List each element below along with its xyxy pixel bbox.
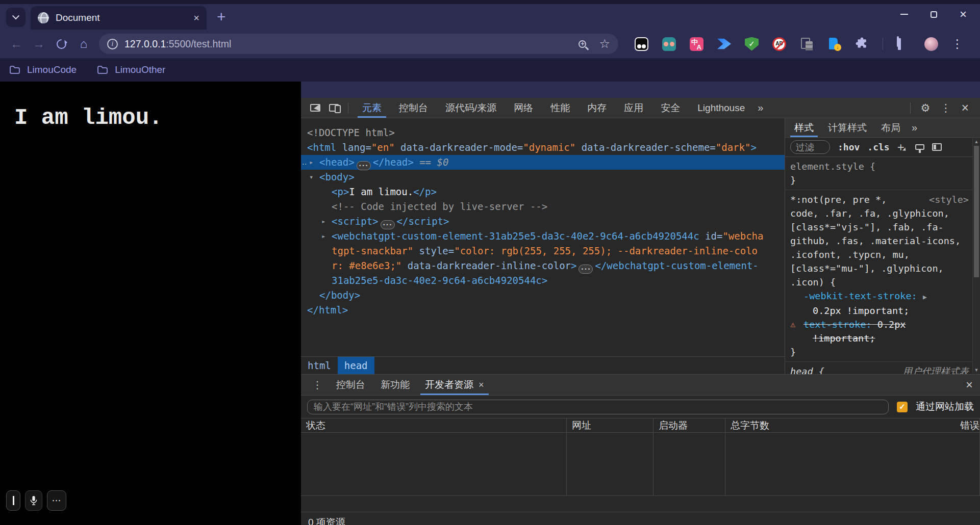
inspect-element-button[interactable] bbox=[306, 98, 324, 118]
breadcrumb-item[interactable]: head bbox=[338, 357, 374, 374]
dom-tree-node[interactable]: <!DOCTYPE html> bbox=[301, 125, 785, 140]
scroll-up-icon[interactable]: ▲ bbox=[973, 139, 980, 144]
drawer-tab-close-icon[interactable]: × bbox=[479, 380, 484, 390]
new-style-rule-button[interactable]: + bbox=[897, 141, 904, 153]
dom-tree-node[interactable]: ▾<body> bbox=[301, 170, 785, 185]
rendering-emulation-icon[interactable] bbox=[915, 144, 924, 150]
devtools-tab[interactable]: 安全 bbox=[652, 98, 689, 118]
dom-tree-node[interactable]: <html lang="en" data-darkreader-mode="dy… bbox=[301, 140, 785, 155]
more-tabs-icon[interactable]: » bbox=[753, 102, 767, 114]
expanded-arrow-icon[interactable]: ▾ bbox=[309, 170, 313, 185]
more-options-button[interactable]: ⋯ bbox=[47, 490, 66, 511]
devtools-tab[interactable]: 网络 bbox=[505, 98, 542, 118]
overridden-declaration[interactable]: ⚠ text-stroke: 0.2px bbox=[790, 318, 969, 331]
styles-tab[interactable]: 样式 bbox=[787, 118, 821, 137]
window-close-button[interactable]: × bbox=[960, 8, 967, 20]
forward-button[interactable]: → bbox=[30, 35, 48, 53]
styles-tab[interactable]: 布局 bbox=[874, 118, 908, 137]
drawer-menu-icon[interactable]: ⋮ bbox=[306, 379, 329, 391]
collapsed-arrow-icon[interactable]: ▸ bbox=[309, 155, 313, 170]
address-bar[interactable]: i 127.0.0.1:5500/test.html ☆ bbox=[99, 34, 618, 54]
adguard-shield-icon[interactable]: ✓ bbox=[745, 37, 759, 51]
dom-tree-node[interactable]: ‥▸<head></head> == $0 bbox=[301, 155, 785, 170]
bookmark-star-icon[interactable]: ☆ bbox=[599, 37, 610, 51]
copy-docs-icon[interactable] bbox=[800, 37, 814, 51]
minimize-button[interactable] bbox=[900, 14, 908, 15]
maximize-button[interactable] bbox=[931, 11, 937, 18]
ellipsis-expand-icon[interactable] bbox=[381, 220, 395, 229]
bot-icon[interactable] bbox=[662, 37, 676, 51]
devtools-tab[interactable]: 应用 bbox=[615, 98, 652, 118]
scrollbar-thumb[interactable] bbox=[974, 146, 979, 277]
dom-tree-node[interactable]: <!-- Code injected by live-server --> bbox=[301, 199, 785, 214]
translate-icon[interactable]: 中A bbox=[690, 37, 703, 51]
dom-tree-node[interactable]: <p>I am limou.</p> bbox=[301, 185, 785, 199]
toggle-sidebar-icon[interactable] bbox=[932, 143, 942, 151]
dom-tree-node[interactable]: </html> bbox=[301, 303, 785, 318]
more-style-tabs-icon[interactable]: » bbox=[908, 122, 921, 134]
resource-search-input[interactable] bbox=[307, 400, 889, 414]
scroll-down-icon[interactable]: ▼ bbox=[973, 368, 980, 373]
home-button[interactable]: ⌂ bbox=[74, 35, 93, 53]
devtools-tab[interactable]: 性能 bbox=[542, 98, 579, 118]
dom-tree-node[interactable]: r: #e8e6e3;" data-darkreader-inline-colo… bbox=[301, 258, 785, 273]
ellipsis-expand-icon[interactable] bbox=[357, 161, 371, 170]
avatar[interactable] bbox=[924, 37, 938, 51]
drawer-tab[interactable]: 控制台 bbox=[329, 375, 373, 395]
styles-filter-input[interactable]: 过滤 bbox=[790, 140, 830, 154]
drawer-tab[interactable]: 新功能 bbox=[373, 375, 417, 395]
devtools-tab[interactable]: Lighthouse bbox=[689, 98, 753, 118]
column-header[interactable]: 状态 bbox=[301, 418, 567, 432]
class-button[interactable]: .cls bbox=[867, 142, 889, 152]
devtools-menu-icon[interactable]: ⋮ bbox=[935, 102, 956, 114]
bookmark-folder[interactable]: LimouOther bbox=[97, 64, 165, 75]
collapsed-arrow-icon[interactable]: ▸ bbox=[321, 214, 325, 229]
rule-origin-link[interactable]: <style> bbox=[929, 193, 969, 206]
dark-reader-icon[interactable] bbox=[635, 37, 648, 51]
browser-menu-icon[interactable]: ⋮ bbox=[951, 37, 963, 51]
side-panel-button[interactable] bbox=[897, 37, 911, 51]
dom-tree-node[interactable]: tgpt-snackbar" style="color: rgb(255, 25… bbox=[301, 244, 785, 258]
collapsed-arrow-icon[interactable]: ▸ bbox=[321, 229, 325, 244]
devtools-settings-icon[interactable]: ⚙ bbox=[916, 102, 936, 114]
column-header[interactable]: 总字节数 bbox=[725, 418, 955, 432]
reload-button[interactable] bbox=[52, 35, 70, 53]
dom-tree-node[interactable]: 31ab25e5-da3c-40e2-9c64-a6cb4920544c> bbox=[301, 273, 785, 288]
doc-download-icon[interactable] bbox=[827, 37, 841, 51]
devtools-close-button[interactable]: × bbox=[956, 100, 974, 115]
load-through-website-checkbox[interactable]: ✓ bbox=[897, 402, 908, 412]
column-header[interactable]: 启动器 bbox=[654, 418, 725, 432]
back-button[interactable]: ← bbox=[7, 35, 26, 53]
drawer-tab[interactable]: 开发者资源 × bbox=[417, 375, 492, 395]
css-declaration-value[interactable]: 0.2px !important; bbox=[790, 304, 969, 318]
column-header[interactable]: 错误 bbox=[955, 418, 980, 432]
tab-close-icon[interactable]: × bbox=[193, 13, 199, 23]
devtools-tab[interactable]: 元素 bbox=[354, 98, 390, 118]
browser-tab[interactable]: Document × bbox=[31, 6, 207, 30]
text-cursor-button[interactable] bbox=[6, 490, 20, 511]
tab-search-button[interactable] bbox=[6, 8, 26, 27]
element-style-open[interactable]: element.style { bbox=[790, 160, 969, 173]
ellipsis-expand-icon[interactable] bbox=[579, 265, 593, 274]
zoom-icon[interactable] bbox=[579, 40, 586, 48]
bookmark-folder[interactable]: LimouCode bbox=[9, 64, 77, 75]
extensions-puzzle-icon[interactable] bbox=[855, 37, 869, 51]
styles-tab[interactable]: 计算样式 bbox=[821, 118, 874, 137]
new-tab-button[interactable]: + bbox=[217, 9, 226, 24]
dom-tree-node[interactable]: ▸<webchatgpt-custom-element-31ab25e5-da3… bbox=[301, 229, 785, 244]
mic-button[interactable] bbox=[25, 490, 42, 511]
css-declaration[interactable]: -webkit-text-stroke: ▶ bbox=[790, 289, 969, 304]
devtools-tab[interactable]: 源代码/来源 bbox=[437, 98, 505, 118]
site-info-icon[interactable]: i bbox=[107, 39, 118, 49]
devtools-tab[interactable]: 控制台 bbox=[390, 98, 437, 118]
drawer-close-button[interactable]: × bbox=[966, 378, 973, 392]
devtools-tab[interactable]: 内存 bbox=[579, 98, 615, 118]
styles-scrollbar[interactable]: ▲ ▼ bbox=[972, 138, 980, 374]
power-automate-icon[interactable] bbox=[717, 37, 731, 51]
dom-tree-node[interactable]: </body> bbox=[301, 288, 785, 303]
column-header[interactable]: 网址 bbox=[567, 418, 654, 432]
adblock-icon[interactable]: AD bbox=[772, 37, 786, 51]
device-toolbar-button[interactable] bbox=[324, 98, 343, 118]
expand-longhand-icon[interactable]: ▶ bbox=[923, 293, 927, 301]
dom-tree-node[interactable]: ▸<script></script> bbox=[301, 214, 785, 229]
